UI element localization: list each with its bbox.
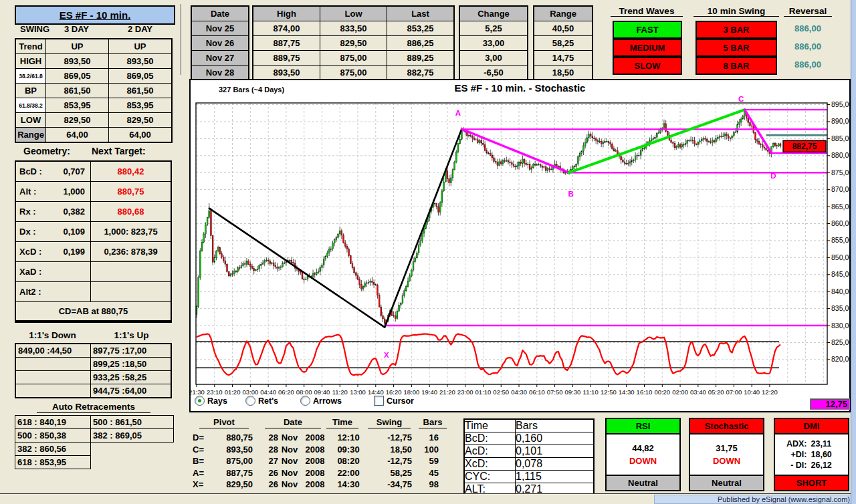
svg-text:855,00: 855,00	[831, 236, 849, 244]
adx-value: 23,11	[811, 439, 841, 449]
pivot-cell: 2008	[301, 455, 329, 467]
svg-text:01:10: 01:10	[475, 388, 492, 396]
svg-text:885,00: 885,00	[831, 134, 849, 142]
last-header: Last	[387, 7, 453, 21]
svg-text:840,00: 840,00	[831, 287, 849, 295]
svg-text:07:00: 07:00	[726, 388, 742, 396]
rays-radio[interactable]: Rays	[195, 396, 227, 406]
pivot-cell: 887,75	[211, 467, 253, 479]
swing-cell-3day: 893,50	[46, 54, 108, 68]
reversal-value: 886,00	[784, 23, 832, 33]
svg-text:03:40: 03:40	[690, 388, 706, 396]
pivot-cell: B=	[193, 455, 211, 467]
swing-bar-box: 3 BAR	[696, 21, 777, 39]
range-cell: 18,50	[534, 66, 592, 80]
col-3day: 3 DAY	[45, 24, 108, 34]
pivot-cell: 2008	[301, 444, 329, 456]
ratio-up-cell: 899,25 :18,50	[91, 358, 171, 370]
pivot-cell: 829,50	[211, 479, 253, 491]
col-2day: 2 DAY	[109, 24, 171, 34]
pivot-cell: Nov	[278, 479, 301, 491]
pivot-cell: 26	[253, 479, 278, 491]
geometry-ratio-cell: Alt :1,000	[16, 182, 90, 201]
rsi-footer: Neutral	[607, 475, 679, 490]
last-cell: 882,75	[387, 66, 453, 80]
pivot-cell: 2008	[301, 467, 329, 479]
geometry-target-cell: 0,236: 878,39	[91, 242, 171, 261]
window-edge	[851, 0, 856, 504]
svg-text:21:20: 21:20	[439, 388, 455, 396]
svg-text:06:20: 06:20	[278, 388, 294, 396]
time-bars-value: 0,101	[516, 445, 593, 457]
change-cell: 3,00	[460, 51, 527, 65]
svg-text:860,00: 860,00	[831, 219, 849, 227]
radio-icon[interactable]	[245, 396, 255, 406]
time-bars-label: CYC:	[465, 471, 515, 483]
time-bars-value: 1,115	[516, 471, 593, 483]
low-cell: 833,50	[320, 21, 387, 35]
cursor-label: Cursor	[387, 396, 414, 406]
range-header: Range	[534, 7, 592, 21]
change-header: Change	[460, 7, 527, 21]
status-bar: Published by eSignal (www.esignal.com)	[0, 493, 856, 504]
radio-icon[interactable]	[300, 396, 310, 406]
swing-row-label: Trend	[16, 39, 45, 53]
svg-text:865,00: 865,00	[831, 203, 849, 211]
last-cell: 853,25	[387, 21, 453, 35]
pivot-header: Pivot	[199, 417, 249, 428]
esignal-window: ES #F - 10 min. SWING 3 DAY 2 DAY TrendU…	[0, 0, 856, 504]
time-bars-value: 0,160	[516, 432, 593, 445]
high-low-last-table: HighLowLast874,00833,50853,25887,75829,5…	[252, 5, 455, 81]
pivot-cell: -34,75	[368, 479, 412, 491]
swing-row-label: BP	[16, 84, 45, 98]
svg-text:02:00: 02:00	[672, 388, 688, 396]
svg-text:835,00: 835,00	[831, 304, 849, 312]
checkbox-icon[interactable]	[374, 396, 384, 406]
svg-text:23:00: 23:00	[457, 388, 473, 396]
pivot-cell: C=	[193, 444, 211, 456]
geometry-target-cell: 880,42	[91, 162, 171, 181]
svg-text:08:00: 08:00	[296, 388, 312, 396]
pivot-cell: 2008	[301, 432, 329, 444]
next-target-title: Next Target:	[92, 146, 146, 156]
rsi-direction: DOWN	[629, 456, 657, 466]
geometry-ratio-cell: Dx :0,109	[16, 222, 90, 241]
swing-cell-3day: UP	[46, 39, 108, 53]
arrows-radio[interactable]: Arrows	[300, 396, 342, 406]
svg-text:845,00: 845,00	[831, 270, 849, 278]
auto-retracement-cell: 382 : 869,05	[91, 429, 173, 442]
ratio-up-cell: 933,25 :58,25	[91, 371, 171, 384]
cursor-checkbox[interactable]: Cursor	[374, 396, 414, 406]
swing-cell-3day: 861,50	[46, 84, 108, 98]
mdi-label: - DI:	[783, 461, 807, 470]
svg-text:11:20: 11:20	[332, 388, 348, 396]
change-cell: -6,50	[460, 66, 527, 80]
svg-text:870,00: 870,00	[831, 185, 849, 193]
svg-text:850,00: 850,00	[831, 253, 849, 261]
geometry-target-cell: 880,68	[91, 202, 171, 221]
date-header: Date	[265, 417, 321, 428]
pivot-cell: -12,75	[368, 432, 412, 444]
ratio-up-cell: 944,75 :64,00	[91, 384, 171, 397]
ratio-down-cell: 849,00 :44,50	[16, 344, 90, 357]
dmi-footer: SHORT	[775, 475, 848, 490]
rets-radio[interactable]: Ret's	[245, 396, 278, 406]
pivot-cell: Nov	[278, 444, 301, 456]
rets-label: Ret's	[258, 396, 278, 406]
pivot-cell: 59	[412, 455, 439, 467]
svg-text:16:20: 16:20	[386, 388, 402, 396]
reversal-value: 886,00	[784, 41, 832, 51]
svg-text:10:40: 10:40	[744, 388, 760, 396]
stochastic-footer: Neutral	[690, 475, 763, 490]
svg-text:B: B	[568, 190, 574, 198]
swing-bars-title: 10 min Swing	[693, 6, 779, 17]
radio-icon[interactable]	[195, 396, 205, 406]
last-cell: 886,25	[387, 36, 453, 50]
stochastic-value: 31,75	[716, 443, 738, 453]
ratio-down-cell	[16, 358, 90, 370]
chart-canvas[interactable]: ABCDX895,00890,00885,00880,00875,00870,0…	[191, 80, 849, 411]
auto-retracements-left: 618 : 840,19500 : 850,38382 : 860,56618 …	[15, 415, 91, 469]
swing-bar-box: 5 BAR	[696, 39, 777, 57]
date-cell: Nov 27	[192, 51, 248, 65]
pivot-cell: 100	[412, 444, 439, 456]
